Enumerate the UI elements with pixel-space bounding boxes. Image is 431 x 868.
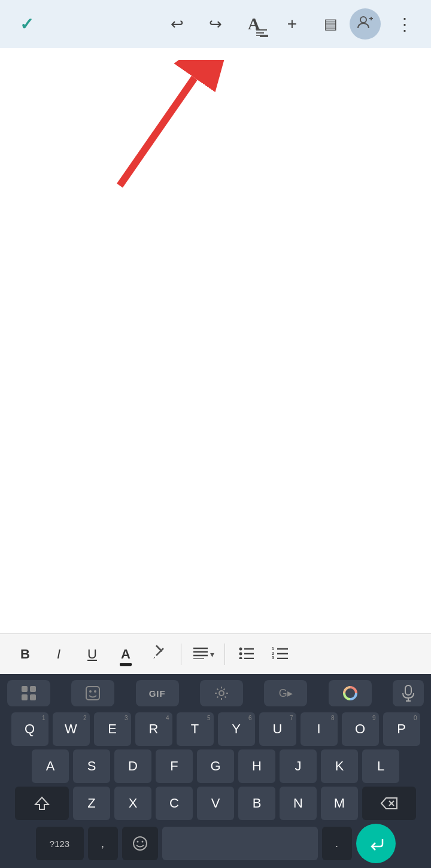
key-l[interactable]: L: [362, 749, 399, 783]
key-v[interactable]: V: [197, 787, 234, 820]
keyboard-row-3: Z X C V B N M: [2, 787, 429, 820]
svg-line-7: [120, 78, 195, 186]
redo-icon: ↪: [209, 15, 222, 34]
insert-button[interactable]: +: [273, 5, 311, 43]
svg-point-16: [239, 657, 242, 659]
list-button[interactable]: [231, 639, 262, 670]
svg-point-41: [136, 841, 138, 843]
svg-text:2: 2: [272, 651, 274, 655]
more-options-button[interactable]: ⋮: [386, 5, 424, 43]
undo-icon: ↩: [171, 15, 184, 34]
key-f[interactable]: F: [156, 749, 193, 783]
check-button[interactable]: ✓: [7, 5, 45, 43]
svg-text:1: 1: [272, 647, 274, 651]
keyboard: GIF G▸ Q1: [0, 674, 431, 868]
keyboard-translate-button[interactable]: G▸: [264, 680, 307, 706]
format-divider2: [224, 644, 225, 665]
svg-point-33: [219, 691, 224, 696]
key-c[interactable]: C: [156, 787, 193, 820]
align-icon: [192, 646, 209, 663]
more-icon: ⋮: [396, 14, 414, 34]
format-toolbar: B I U A ▾: [0, 633, 431, 674]
align-button[interactable]: ▾: [187, 639, 218, 670]
font-lines-icon: [256, 29, 267, 36]
check-icon: ✓: [20, 14, 34, 34]
insert-icon: +: [287, 14, 297, 34]
avatar-button[interactable]: [350, 8, 381, 40]
svg-point-40: [133, 837, 147, 850]
numbers-button[interactable]: ?123: [36, 827, 84, 860]
shift-button[interactable]: [15, 787, 69, 820]
svg-rect-28: [22, 694, 28, 700]
key-n[interactable]: N: [280, 787, 317, 820]
key-i[interactable]: I8: [301, 712, 338, 746]
underline-button[interactable]: U: [77, 639, 108, 670]
key-h[interactable]: H: [238, 749, 275, 783]
svg-rect-30: [86, 687, 99, 700]
key-q[interactable]: Q1: [11, 712, 48, 746]
svg-point-31: [89, 690, 92, 693]
italic-button[interactable]: I: [43, 639, 74, 670]
key-b[interactable]: B: [238, 787, 275, 820]
bold-button[interactable]: B: [10, 639, 41, 670]
svg-text:3: 3: [272, 655, 274, 659]
text-color-icon: A: [121, 647, 130, 662]
key-y[interactable]: Y6: [218, 712, 255, 746]
keyboard-emoji-panel-button[interactable]: [7, 680, 50, 706]
keyboard-gif-button[interactable]: GIF: [136, 680, 179, 706]
highlight-icon: [151, 645, 167, 664]
key-m[interactable]: M: [321, 787, 358, 820]
keyboard-settings-button[interactable]: [200, 680, 243, 706]
top-toolbar: ✓ ↩ ↪ A + ▤ ⋮: [0, 0, 431, 48]
comma-button[interactable]: ,: [88, 827, 118, 860]
emoji-button[interactable]: [122, 827, 158, 860]
highlight-button[interactable]: [144, 639, 175, 670]
text-color-button[interactable]: A: [110, 639, 141, 670]
key-e[interactable]: E3: [94, 712, 131, 746]
enter-button[interactable]: [356, 824, 396, 863]
svg-point-32: [94, 690, 96, 693]
keyboard-sticker-button[interactable]: [71, 680, 114, 706]
redo-button[interactable]: ↪: [196, 5, 235, 43]
svg-rect-27: [30, 686, 36, 692]
person-add-icon: [357, 14, 374, 34]
key-u[interactable]: U7: [259, 712, 296, 746]
period-button[interactable]: .: [322, 827, 352, 860]
key-p[interactable]: P0: [383, 712, 420, 746]
annotation-arrow: [102, 60, 233, 192]
key-w[interactable]: W2: [53, 712, 90, 746]
key-g[interactable]: G: [197, 749, 234, 783]
key-d[interactable]: D: [114, 749, 151, 783]
key-a[interactable]: A: [32, 749, 69, 783]
svg-point-3: [360, 17, 366, 23]
bold-icon: B: [20, 647, 30, 662]
key-x[interactable]: X: [114, 787, 151, 820]
keyboard-row-1: Q1 W2 E3 R4 T5 Y6 U7 I8 O9 P0: [2, 712, 429, 746]
italic-icon: I: [57, 647, 60, 662]
keyboard-theme-button[interactable]: [329, 680, 372, 706]
undo-button[interactable]: ↩: [158, 5, 196, 43]
key-j[interactable]: J: [280, 749, 317, 783]
key-z[interactable]: Z: [73, 787, 110, 820]
svg-rect-29: [30, 694, 36, 700]
space-button[interactable]: [162, 827, 318, 860]
font-style-button[interactable]: A: [235, 5, 273, 43]
key-r[interactable]: R4: [135, 712, 172, 746]
list-icon: [238, 646, 255, 663]
numlist-button[interactable]: 1 2 3: [265, 639, 296, 670]
underline-icon: U: [87, 647, 97, 662]
key-s[interactable]: S: [73, 749, 110, 783]
numlist-icon: 1 2 3: [271, 646, 289, 663]
backspace-button[interactable]: [362, 787, 416, 820]
document-area[interactable]: [0, 48, 431, 633]
key-t[interactable]: T5: [177, 712, 214, 746]
keyboard-row-2: A S D F G H J K L: [2, 749, 429, 783]
align-chevron-icon: ▾: [210, 650, 214, 659]
format-divider: [181, 644, 181, 665]
comment-button[interactable]: ▤: [311, 5, 350, 43]
keyboard-bottom-row: ?123 , .: [2, 824, 429, 863]
key-k[interactable]: K: [321, 749, 358, 783]
keyboard-mic-button[interactable]: [393, 680, 424, 706]
key-o[interactable]: O9: [342, 712, 379, 746]
svg-point-42: [141, 841, 143, 843]
